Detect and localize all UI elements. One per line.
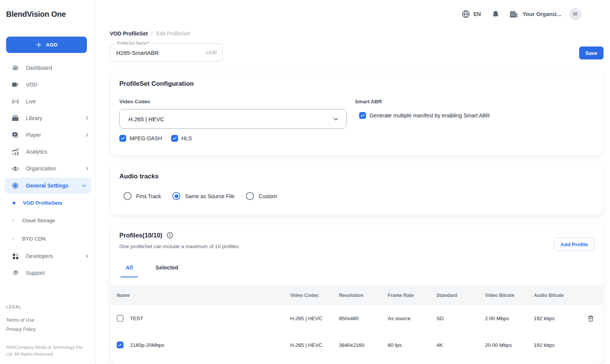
gear-icon bbox=[11, 181, 20, 190]
privacy-policy-link[interactable]: Privacy Policy bbox=[6, 327, 87, 332]
col-standard: Standard bbox=[437, 293, 485, 298]
card-title: Audio tracks bbox=[119, 173, 159, 180]
mpeg-dash-checkbox[interactable]: MPEG-DASH bbox=[119, 135, 162, 142]
video-codec-label: Video Codec bbox=[119, 99, 151, 104]
sidebar-item-library[interactable]: Library bbox=[0, 110, 96, 127]
profile-video-bitrate: 20.00 Mbps bbox=[485, 342, 534, 348]
video-codec-value: H.265 | HEVC bbox=[128, 116, 332, 122]
info-icon[interactable] bbox=[166, 232, 173, 239]
bullet-icon bbox=[13, 220, 14, 221]
chevron-right-icon bbox=[84, 253, 90, 259]
sidebar-item-organization[interactable]: Organization bbox=[0, 160, 96, 177]
profiles-table: Name Video Codec Resolution Frame Rate S… bbox=[110, 285, 604, 358]
profileset-name-value: H265-SmartABR bbox=[116, 44, 159, 61]
vod-icon bbox=[11, 80, 20, 89]
profiles-card: Profiles(10/10) One profileSet can inclu… bbox=[110, 224, 604, 364]
breadcrumb-parent[interactable]: VOD ProfileSet bbox=[110, 30, 148, 37]
checkbox-checked-icon bbox=[359, 112, 366, 119]
hls-checkbox[interactable]: HLS bbox=[171, 135, 192, 142]
profiles-title: Profiles(10/10) bbox=[119, 232, 162, 239]
delete-profile-button[interactable] bbox=[580, 314, 604, 322]
profile-video-codec: H.265 | HEVC bbox=[290, 342, 339, 348]
tab-all[interactable]: All bbox=[120, 265, 138, 277]
profiles-tabs: All Selected bbox=[120, 265, 178, 277]
profileset-configuration-card: ProfileSet Configuration Video Codec H.2… bbox=[110, 72, 604, 155]
breadcrumb-separator: / bbox=[151, 30, 153, 37]
profile-name: 2160p-20Mbps bbox=[130, 342, 164, 348]
terms-of-use-link[interactable]: Terms of Use bbox=[6, 317, 87, 323]
trash-icon bbox=[587, 314, 595, 322]
language-label[interactable]: EN bbox=[474, 11, 481, 17]
sidebar-item-analytics[interactable]: Analytics bbox=[0, 143, 96, 160]
chevron-right-icon bbox=[84, 132, 90, 138]
breadcrumb: VOD ProfileSet / Edit ProfileSet bbox=[110, 30, 190, 37]
chevron-right-icon bbox=[84, 115, 90, 121]
organization-name[interactable]: Your Organiz... bbox=[522, 11, 561, 17]
profile-video-bitrate: 2.00 Mbps bbox=[485, 316, 534, 321]
bullet-icon bbox=[13, 238, 14, 239]
chevron-right-icon bbox=[84, 166, 90, 171]
sidebar-item-vod[interactable]: VOD bbox=[0, 76, 96, 93]
card-title: ProfileSet Configuration bbox=[119, 80, 194, 88]
sidebar-nav: Dashboard VOD Live Library Player Analyt… bbox=[0, 59, 96, 281]
organization-icon[interactable] bbox=[509, 10, 518, 19]
app-logo: BlendVision One bbox=[6, 10, 66, 19]
row-checkbox-checked[interactable] bbox=[117, 342, 124, 348]
row-checkbox[interactable] bbox=[117, 315, 124, 322]
audio-tracks-card: Audio tracks First Track Same as Source … bbox=[110, 164, 604, 215]
legal-heading: LEGAL bbox=[6, 305, 87, 309]
col-video-codec: Video Codec bbox=[290, 293, 339, 298]
col-resolution: Resolution bbox=[339, 293, 388, 298]
library-icon bbox=[11, 114, 20, 123]
profile-audio-bitrate: 192 kbps bbox=[534, 316, 580, 321]
avatar[interactable]: M bbox=[569, 8, 581, 20]
video-codec-select[interactable]: H.265 | HEVC bbox=[119, 109, 347, 129]
table-header-row: Name Video Codec Resolution Frame Rate S… bbox=[110, 285, 604, 305]
profileset-name-input[interactable]: ProfileSet Name* H265-SmartABR 13/30 bbox=[110, 43, 223, 62]
checkbox-checked-icon bbox=[171, 135, 178, 142]
live-icon bbox=[11, 97, 20, 106]
add-profile-button[interactable]: Add Profile bbox=[554, 238, 594, 251]
sidebar-item-byo-cdn[interactable]: BYO CDN bbox=[0, 229, 96, 248]
sidebar-item-player[interactable]: Player bbox=[0, 127, 96, 143]
sidebar-item-developers[interactable]: Developers bbox=[0, 248, 96, 265]
tab-selected[interactable]: Selected bbox=[156, 265, 178, 277]
breadcrumb-current: Edit ProfileSet bbox=[156, 30, 190, 37]
bell-icon[interactable] bbox=[491, 10, 500, 18]
player-icon bbox=[11, 130, 20, 140]
sidebar-item-general-settings[interactable]: General Settings bbox=[5, 178, 91, 194]
chevron-down-icon bbox=[81, 183, 87, 188]
add-button[interactable]: ADD bbox=[6, 37, 87, 53]
plus-icon bbox=[35, 42, 42, 48]
globe-icon[interactable] bbox=[461, 10, 470, 19]
radio-icon bbox=[124, 192, 132, 200]
svg-text:?: ? bbox=[14, 270, 16, 274]
col-video-bitrate: Video Bitrate bbox=[485, 293, 534, 298]
smart-abr-label: Smart ABR bbox=[355, 99, 382, 104]
radio-same-as-source[interactable]: Same as Source File bbox=[172, 192, 234, 200]
table-row: TEST H.265 | HEVC 850x480 As source SD 2… bbox=[110, 305, 604, 332]
sidebar-item-support[interactable]: ? Support bbox=[0, 265, 96, 281]
developers-icon bbox=[11, 252, 20, 261]
profile-resolution: 3840x2160 bbox=[339, 342, 388, 348]
col-frame-rate: Frame Rate bbox=[388, 293, 437, 298]
smart-abr-checkbox[interactable]: Generate multiple manifest by enabling S… bbox=[359, 112, 490, 119]
radio-icon bbox=[246, 192, 254, 200]
radio-first-track[interactable]: First Track bbox=[124, 192, 161, 200]
legal-section: LEGAL Terms of Use Privacy Policy ©KKCom… bbox=[6, 305, 87, 358]
radio-selected-icon bbox=[172, 192, 180, 200]
save-button[interactable]: Save bbox=[579, 47, 604, 59]
profile-standard: SD bbox=[437, 316, 485, 321]
copyright-text: ©KKCompany Media & Technology Pte. Ltd. … bbox=[6, 344, 87, 358]
profile-frame-rate: 60 fps bbox=[388, 342, 437, 348]
sidebar-item-dashboard[interactable]: Dashboard bbox=[0, 59, 96, 76]
sidebar-item-vod-profilesets[interactable]: VOD ProfileSets bbox=[0, 194, 96, 211]
sidebar-item-live[interactable]: Live bbox=[0, 93, 96, 110]
radio-custom[interactable]: Custom bbox=[246, 192, 277, 200]
char-counter: 13/30 bbox=[205, 44, 217, 61]
table-row: 2160p-20Mbps H.265 | HEVC 3840x2160 60 f… bbox=[110, 332, 604, 358]
active-bullet-icon bbox=[13, 202, 15, 204]
sidebar-item-cloud-storage[interactable]: Cloud Storage bbox=[0, 211, 96, 229]
analytics-icon bbox=[11, 147, 20, 156]
profile-frame-rate: As source bbox=[388, 316, 437, 321]
